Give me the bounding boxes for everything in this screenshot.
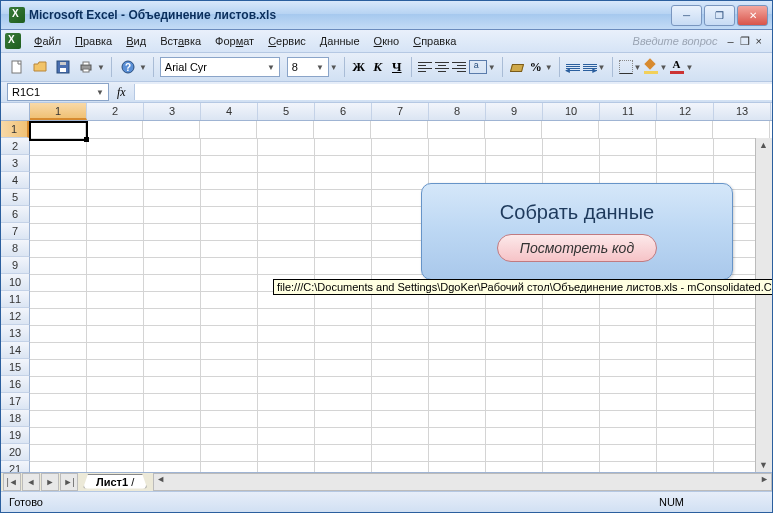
currency-icon[interactable]	[509, 60, 525, 74]
cell[interactable]	[599, 121, 656, 139]
menu-data[interactable]: Данные	[313, 33, 367, 49]
cell[interactable]	[657, 359, 714, 377]
cell[interactable]	[429, 308, 486, 326]
cell[interactable]	[258, 172, 315, 190]
cell[interactable]	[87, 427, 144, 445]
cell[interactable]	[30, 444, 87, 462]
bold-button[interactable]: Ж	[351, 59, 367, 75]
ask-question-box[interactable]: Введите вопрос	[633, 35, 728, 47]
fill-dropdown[interactable]: ▼	[659, 63, 667, 72]
cell[interactable]	[87, 376, 144, 394]
column-header-9[interactable]: 9	[486, 103, 543, 120]
cell[interactable]	[201, 240, 258, 258]
cell[interactable]	[258, 325, 315, 343]
cell[interactable]	[144, 359, 201, 377]
cell[interactable]	[429, 444, 486, 462]
column-header-6[interactable]: 6	[315, 103, 372, 120]
cell[interactable]	[429, 410, 486, 428]
cell[interactable]	[486, 325, 543, 343]
cell[interactable]	[144, 257, 201, 275]
row-header-4[interactable]: 4	[1, 172, 30, 189]
cell[interactable]	[543, 308, 600, 326]
cell[interactable]	[144, 325, 201, 343]
cell[interactable]	[258, 444, 315, 462]
row-header-21[interactable]: 21	[1, 461, 30, 472]
cell[interactable]	[144, 206, 201, 224]
italic-button[interactable]: К	[370, 59, 386, 75]
cell[interactable]	[600, 393, 657, 411]
cell[interactable]	[543, 376, 600, 394]
row-header-20[interactable]: 20	[1, 444, 30, 461]
cell[interactable]	[429, 138, 486, 156]
row-header-6[interactable]: 6	[1, 206, 30, 223]
cell[interactable]	[258, 138, 315, 156]
cell[interactable]	[201, 427, 258, 445]
cell[interactable]	[201, 189, 258, 207]
cell[interactable]	[87, 155, 144, 173]
excel-doc-icon[interactable]	[5, 33, 21, 49]
cell[interactable]	[30, 172, 87, 190]
cell[interactable]	[486, 359, 543, 377]
cell[interactable]	[201, 325, 258, 343]
menu-window[interactable]: Окно	[367, 33, 407, 49]
column-header-2[interactable]: 2	[87, 103, 144, 120]
cell[interactable]	[258, 410, 315, 428]
row-header-16[interactable]: 16	[1, 376, 30, 393]
cell[interactable]	[429, 359, 486, 377]
cell[interactable]	[600, 444, 657, 462]
cell[interactable]	[543, 461, 600, 472]
cell[interactable]	[543, 444, 600, 462]
cell[interactable]	[315, 308, 372, 326]
cell[interactable]	[30, 410, 87, 428]
align-right-icon[interactable]	[452, 62, 466, 72]
cell[interactable]	[201, 291, 258, 309]
row-header-15[interactable]: 15	[1, 359, 30, 376]
cell[interactable]	[600, 155, 657, 173]
cell[interactable]	[201, 138, 258, 156]
cell[interactable]	[486, 308, 543, 326]
cell[interactable]	[87, 461, 144, 472]
row-header-5[interactable]: 5	[1, 189, 30, 206]
cell[interactable]	[144, 444, 201, 462]
help-icon[interactable]: ?	[118, 57, 138, 77]
cell[interactable]	[542, 121, 599, 139]
align-center-icon[interactable]	[435, 62, 449, 72]
cell[interactable]	[314, 121, 371, 139]
cell[interactable]	[315, 393, 372, 411]
cell[interactable]	[30, 155, 87, 173]
cell[interactable]	[429, 393, 486, 411]
mdi-restore[interactable]: ❐	[740, 35, 750, 48]
row-header-10[interactable]: 10	[1, 274, 30, 291]
cell[interactable]	[201, 257, 258, 275]
cell[interactable]	[87, 325, 144, 343]
row-header-14[interactable]: 14	[1, 342, 30, 359]
cell[interactable]	[657, 155, 714, 173]
cell[interactable]	[257, 121, 314, 139]
cell[interactable]	[258, 376, 315, 394]
column-header-8[interactable]: 8	[429, 103, 486, 120]
cell[interactable]	[87, 257, 144, 275]
cell[interactable]	[201, 308, 258, 326]
cell[interactable]	[543, 342, 600, 360]
cell[interactable]	[30, 342, 87, 360]
cell[interactable]	[144, 172, 201, 190]
cell[interactable]	[201, 223, 258, 241]
cell[interactable]	[87, 240, 144, 258]
cell[interactable]	[87, 274, 144, 292]
cell[interactable]	[87, 223, 144, 241]
menu-format[interactable]: Формат	[208, 33, 261, 49]
vertical-scrollbar[interactable]	[755, 138, 772, 472]
tab-next-icon[interactable]: ►	[41, 473, 59, 491]
cell[interactable]	[144, 274, 201, 292]
cell[interactable]	[315, 410, 372, 428]
cell[interactable]	[144, 240, 201, 258]
print-icon[interactable]	[76, 57, 96, 77]
cell[interactable]	[713, 121, 770, 139]
cell[interactable]	[600, 461, 657, 472]
cell[interactable]	[543, 410, 600, 428]
cell[interactable]	[144, 308, 201, 326]
fill-color-icon[interactable]	[644, 60, 658, 74]
cell[interactable]	[30, 359, 87, 377]
cell[interactable]	[258, 308, 315, 326]
cell[interactable]	[144, 376, 201, 394]
